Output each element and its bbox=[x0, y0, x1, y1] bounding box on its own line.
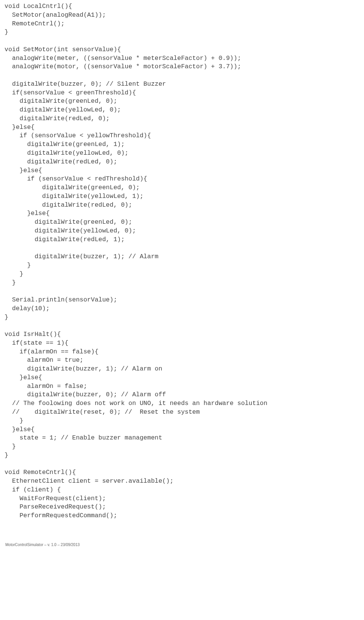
page-footer: MotorControlSimulator – v. 1.0 – 23/09/2… bbox=[5, 542, 364, 548]
code-block: void LocalCntrl(){ SetMotor(analogRead(A… bbox=[5, 2, 364, 520]
